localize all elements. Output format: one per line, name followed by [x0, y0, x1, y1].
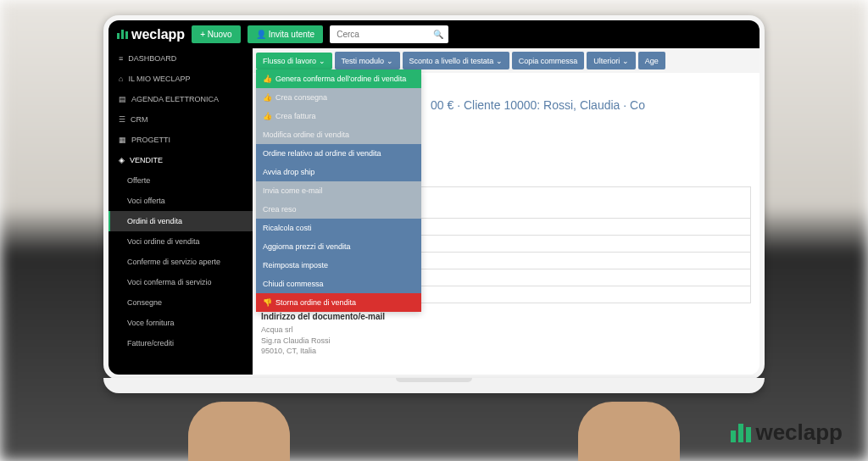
new-button[interactable]: + Nuovo	[192, 25, 241, 43]
dd-invia-email[interactable]: Invia come e-mail	[256, 181, 421, 200]
user-plus-icon: 👤	[256, 30, 266, 39]
sidebar: ≡DASHBOARD ⌂IL MIO WECLAPP ▤AGENDA ELETT…	[108, 48, 253, 375]
brand-text: weclapp	[755, 419, 843, 446]
app-screen: weclapp + Nuovo 👤 Invita utente 🔍 ≡DASHB…	[108, 20, 760, 375]
thumbs-down-icon: 👎	[263, 298, 272, 307]
dd-chiudi-commessa[interactable]: Chiudi commessa	[256, 275, 421, 293]
calendar-icon: ▤	[119, 95, 126, 103]
dd-storna-ordine[interactable]: 👎Storna ordine di vendita	[256, 293, 421, 312]
search-input[interactable]	[330, 25, 448, 43]
dd-genera-conferma[interactable]: 👍Genera conferma dell'ordine di vendita	[256, 69, 421, 88]
brand-watermark: weclapp	[731, 419, 843, 446]
thumbs-up-icon: 👍	[263, 112, 272, 120]
sidebar-item-agenda[interactable]: ▤AGENDA ELETTRONICA	[108, 89, 253, 109]
chevron-down-icon: ⌄	[319, 57, 326, 65]
top-bar: weclapp + Nuovo 👤 Invita utente 🔍	[108, 20, 760, 48]
dd-ordine-relativo[interactable]: Ordine relativo ad ordine di vendita	[256, 144, 421, 163]
dd-ricalcola[interactable]: Ricalcola costi	[256, 219, 421, 237]
home-icon: ⌂	[119, 75, 123, 83]
sidebar-sub-fatture[interactable]: Fatture/crediti	[108, 333, 253, 353]
sidebar-sub-ordini[interactable]: Ordini di vendita	[108, 211, 253, 231]
dd-modifica-ordine[interactable]: Modifica ordine di vendita	[256, 125, 421, 144]
dd-avvia-dropship[interactable]: Avvia drop ship	[256, 163, 421, 181]
laptop-base	[103, 378, 765, 393]
thumbs-up-icon: 👍	[263, 75, 272, 83]
copia-commessa-button[interactable]: Copia commessa	[512, 52, 585, 69]
dd-aggiorna-prezzi[interactable]: Aggiorna prezzi di vendita	[256, 237, 421, 256]
dd-crea-consegna[interactable]: 👍Crea consegna	[256, 88, 421, 107]
testi-modulo-button[interactable]: Testi modulo ⌄	[335, 52, 400, 69]
sidebar-sub-voci-ordine[interactable]: Voci ordine di vendita	[108, 231, 253, 252]
sidebar-sub-conferme[interactable]: Conferme di servizio aperte	[108, 252, 253, 272]
logo-icon	[117, 30, 128, 39]
logo-text: weclapp	[131, 27, 185, 42]
dd-crea-reso[interactable]: Crea reso	[256, 200, 421, 219]
projects-icon: ▦	[119, 136, 126, 144]
ulteriori-button[interactable]: Ulteriori ⌄	[587, 52, 636, 69]
search-icon: 🔍	[433, 30, 443, 39]
chevron-down-icon: ⌄	[496, 57, 503, 65]
app-logo: weclapp	[117, 27, 185, 42]
chevron-down-icon: ⌄	[387, 57, 393, 65]
sidebar-item-vendite[interactable]: ◈VENDITE	[108, 150, 253, 170]
sidebar-sub-voci-offerta[interactable]: Voci offerta	[108, 191, 253, 211]
workflow-dropdown: 👍Genera conferma dell'ordine di vendita …	[256, 69, 421, 312]
chevron-down-icon: ⌄	[622, 57, 629, 65]
dd-reimposta-imposte[interactable]: Reimposta imposte	[256, 256, 421, 275]
sidebar-sub-voci-conferma[interactable]: Voci conferma di servizio	[108, 272, 253, 292]
address-label: Indirizzo del documento/e-mail	[261, 312, 751, 321]
thumbs-up-icon: 👍	[263, 93, 272, 102]
logo-icon	[731, 424, 751, 442]
invite-user-button[interactable]: 👤 Invita utente	[248, 25, 323, 43]
sidebar-sub-offerte[interactable]: Offerte	[108, 170, 253, 191]
sales-icon: ◈	[119, 156, 125, 164]
dashboard-icon: ≡	[119, 54, 123, 63]
sidebar-item-crm[interactable]: ☰CRM	[108, 109, 253, 130]
sidebar-item-progetti[interactable]: ▦PROGETTI	[108, 130, 253, 150]
sidebar-item-dashboard[interactable]: ≡DASHBOARD	[108, 48, 253, 69]
workflow-button[interactable]: Flusso di lavoro ⌄	[256, 53, 332, 69]
action-toolbar: Flusso di lavoro ⌄ 👍Genera conferma dell…	[253, 48, 760, 73]
document-address: Acqua srl Sig.ra Claudia Rossi 95010, CT…	[261, 325, 751, 357]
sconto-testata-button[interactable]: Sconto a livello di testata ⌄	[403, 52, 509, 69]
sidebar-sub-consegne[interactable]: Consegne	[108, 292, 253, 313]
main-content: Flusso di lavoro ⌄ 👍Genera conferma dell…	[253, 48, 760, 375]
dd-crea-fattura[interactable]: 👍Crea fattura	[256, 107, 421, 125]
sidebar-item-myweclapp[interactable]: ⌂IL MIO WECLAPP	[108, 69, 253, 89]
sidebar-sub-voce-fornitura[interactable]: Voce fornitura	[108, 313, 253, 333]
crm-icon: ☰	[119, 115, 125, 124]
age-button[interactable]: Age	[638, 52, 665, 69]
